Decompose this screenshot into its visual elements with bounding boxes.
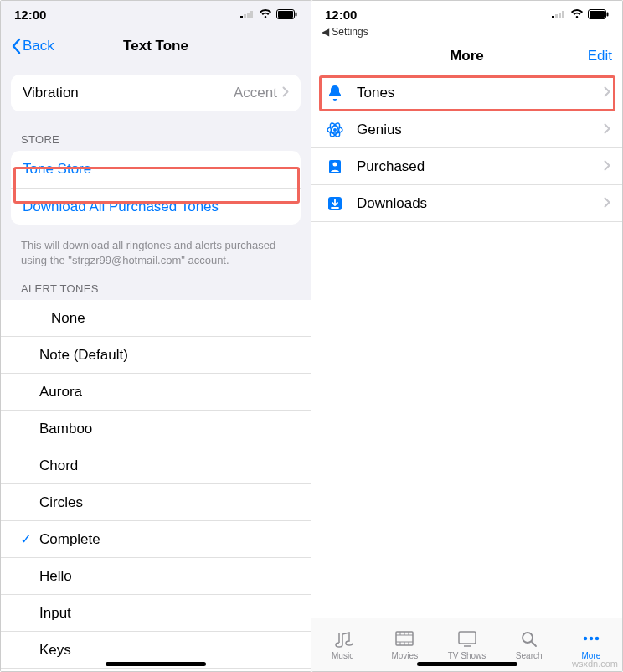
alert-tone-label: None	[51, 310, 85, 327]
download-all-row[interactable]: Download All Purchased Tones	[11, 188, 301, 225]
more-list-row[interactable]: Genius	[312, 111, 622, 148]
more-list-row[interactable]: Tones	[312, 75, 622, 111]
alert-tone-row[interactable]: Hello	[1, 558, 311, 595]
chevron-right-icon	[282, 85, 289, 101]
svg-rect-0	[240, 16, 243, 18]
battery-icon	[588, 9, 609, 19]
chevron-right-icon	[604, 85, 610, 101]
alert-tones-list: NoneNote (Default)AuroraBambooChordCircl…	[1, 300, 311, 671]
watermark: wsxdn.com	[572, 659, 618, 669]
chevron-left-icon: ◀︎	[322, 26, 329, 38]
edit-button[interactable]: Edit	[588, 48, 612, 65]
alert-tones-header: ALERT TONES	[1, 271, 311, 300]
nav-bar: Back Text Tone	[1, 28, 311, 65]
chevron-right-icon	[604, 195, 610, 212]
svg-point-14	[333, 128, 337, 132]
atom-icon	[325, 121, 345, 139]
more-list-label: Tones	[357, 85, 599, 101]
alert-tone-row[interactable]: Note (Default)	[1, 337, 311, 374]
svg-rect-12	[590, 11, 605, 18]
tab-icon	[332, 629, 353, 649]
more-list-row[interactable]: Purchased	[312, 148, 622, 185]
svg-rect-10	[562, 11, 564, 18]
chevron-left-icon	[11, 38, 21, 54]
store-header: STORE	[1, 121, 311, 151]
tab-icon	[394, 629, 415, 649]
vibration-value: Accent	[234, 85, 277, 101]
bell-icon	[325, 84, 345, 102]
vibration-label: Vibration	[23, 85, 234, 101]
alert-tone-label: Complete	[39, 531, 100, 548]
svg-rect-2	[247, 13, 250, 18]
more-list-label: Genius	[357, 121, 599, 138]
signal-icon	[240, 10, 255, 19]
page-title: More	[312, 48, 622, 65]
nav-bar: More Edit	[312, 38, 622, 75]
wifi-icon	[259, 9, 272, 19]
chevron-right-icon	[604, 121, 610, 138]
back-button[interactable]: Back	[11, 38, 54, 54]
pane-text-tone: 12:00 Back Text Tone Vibration Accent ST…	[0, 0, 312, 672]
alert-tone-row[interactable]: Bamboo	[1, 411, 311, 447]
alert-tone-label: Hello	[39, 568, 72, 585]
tab-label: TV Shows	[448, 651, 487, 660]
svg-rect-30	[459, 632, 476, 644]
tone-store-row[interactable]: Tone Store	[11, 151, 301, 188]
status-time: 12:00	[14, 8, 46, 22]
alert-tone-label: Keys	[39, 642, 71, 659]
svg-rect-13	[607, 13, 609, 17]
svg-point-19	[333, 162, 337, 166]
more-list-row[interactable]: Downloads	[312, 185, 622, 222]
svg-line-33	[532, 642, 536, 646]
breadcrumb[interactable]: ◀︎ Settings	[312, 26, 622, 38]
back-label: Back	[23, 38, 54, 54]
download-all-label: Download All Purchased Tones	[23, 199, 219, 215]
alert-tone-row[interactable]: ✓Complete	[1, 521, 311, 558]
alert-tone-row[interactable]: Input	[1, 595, 311, 632]
purchased-icon	[325, 158, 345, 176]
svg-rect-9	[559, 13, 561, 18]
tab-music[interactable]: Music	[312, 618, 373, 671]
tab-label: Movies	[391, 651, 418, 660]
more-list: TonesGeniusPurchasedDownloads	[312, 75, 622, 618]
alert-tone-label: Circles	[39, 494, 83, 511]
pane-more: 12:00 ◀︎ Settings More Edit TonesGeniusP…	[312, 0, 623, 672]
download-icon	[325, 194, 345, 213]
alert-tone-row[interactable]: Chord	[1, 447, 311, 484]
alert-tone-row[interactable]: None	[1, 300, 311, 337]
svg-point-35	[590, 637, 593, 640]
tab-icon	[456, 629, 478, 649]
wifi-icon	[570, 9, 584, 19]
svg-rect-6	[296, 13, 297, 17]
alert-tone-label: Note (Default)	[39, 347, 128, 364]
tab-label: Search	[516, 651, 543, 660]
alert-tone-row[interactable]: Aurora	[1, 374, 311, 411]
battery-icon	[276, 9, 297, 19]
store-group: Tone Store Download All Purchased Tones	[11, 151, 301, 225]
vibration-group: Vibration Accent	[11, 75, 301, 111]
svg-point-32	[523, 633, 533, 643]
alert-tone-label: Chord	[39, 457, 78, 474]
alert-tone-label: Bamboo	[39, 421, 92, 437]
tone-store-label: Tone Store	[23, 161, 91, 178]
svg-point-36	[595, 637, 599, 640]
status-time: 12:00	[325, 8, 357, 22]
breadcrumb-label: Settings	[332, 26, 368, 38]
chevron-right-icon	[604, 158, 610, 175]
alert-tone-label: Input	[39, 605, 71, 622]
home-indicator	[417, 662, 517, 666]
signal-icon	[552, 10, 566, 19]
vibration-row[interactable]: Vibration Accent	[11, 75, 301, 111]
checkmark-icon: ✓	[13, 530, 39, 548]
svg-rect-5	[278, 11, 293, 18]
store-footer: This will download all ringtones and ale…	[1, 235, 311, 271]
status-bar: 12:00	[1, 1, 311, 28]
svg-rect-8	[555, 14, 558, 18]
status-bar: 12:00	[312, 1, 622, 28]
alert-tone-row[interactable]: Circles	[1, 484, 311, 521]
alert-tone-label: Aurora	[39, 384, 82, 401]
status-icons	[552, 9, 609, 19]
home-indicator	[106, 662, 206, 666]
svg-rect-7	[552, 16, 554, 18]
tab-icon	[518, 629, 540, 649]
